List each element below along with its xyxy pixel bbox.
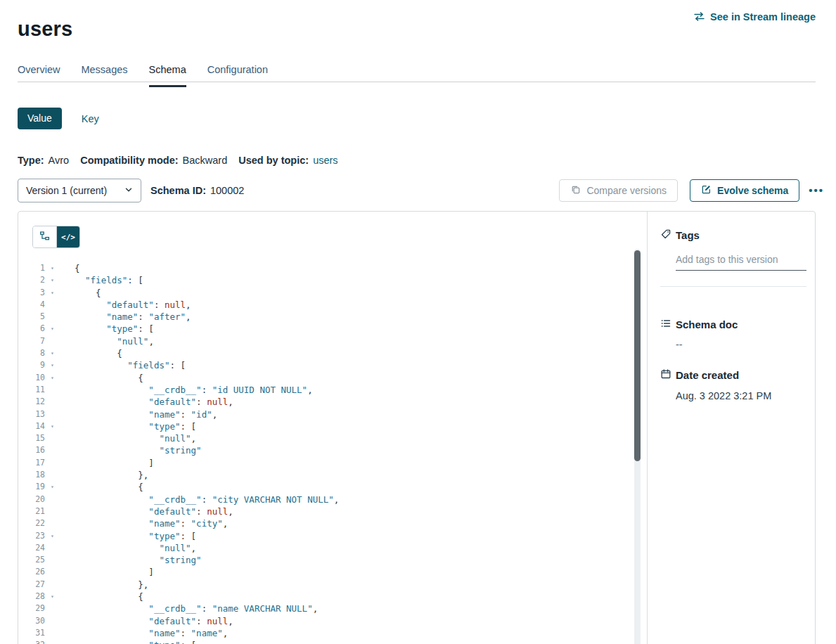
scrollbar-thumb[interactable] xyxy=(634,250,641,461)
fold-toggle-icon[interactable]: ▾ xyxy=(45,287,60,299)
compare-versions-label: Compare versions xyxy=(586,185,667,196)
line-number: 31 xyxy=(18,627,45,639)
fold-toggle-icon[interactable]: ▾ xyxy=(45,359,60,371)
code-view-icon: </> xyxy=(61,233,75,242)
tab-overview[interactable]: Overview xyxy=(18,64,60,87)
code-line: 15 "null", xyxy=(18,432,633,444)
code-text: "__crdb__": "id UUID NOT NULL", xyxy=(60,384,313,396)
chevron-down-icon xyxy=(124,185,133,196)
code-text: { xyxy=(60,372,143,384)
schema-sidebar: Tags Schema doc -- xyxy=(647,212,815,644)
fold-spacer xyxy=(45,311,60,323)
code-text: "fields": [ xyxy=(60,274,143,286)
code-view-button[interactable]: </> xyxy=(56,226,79,247)
fold-spacer xyxy=(45,554,60,566)
line-number: 11 xyxy=(18,384,45,396)
line-number: 23 xyxy=(18,530,45,542)
line-number: 3 xyxy=(18,287,45,299)
schema-doc-section-header: Schema doc xyxy=(660,318,806,331)
line-number: 8 xyxy=(18,347,45,359)
tab-bar: Overview Messages Schema Configuration xyxy=(18,64,268,87)
fold-spacer xyxy=(45,408,60,420)
code-line: 29 "__crdb__": "name VARCHAR NULL", xyxy=(18,603,633,614)
schema-id-label: Schema ID: xyxy=(150,185,206,196)
code-line: 1▾{ xyxy=(18,262,633,274)
line-number: 6 xyxy=(18,323,45,335)
schema-code-editor: </> 1▾{2▾ "fields": [3▾ {4 "default": nu… xyxy=(18,212,647,644)
more-options-button[interactable]: ••• xyxy=(809,179,824,202)
key-toggle-link[interactable]: Key xyxy=(82,113,99,124)
tag-icon xyxy=(660,228,671,242)
fold-toggle-icon[interactable]: ▾ xyxy=(45,323,60,335)
fold-toggle-icon[interactable]: ▾ xyxy=(45,481,60,493)
code-line: 16 "string" xyxy=(18,444,633,456)
fold-toggle-icon[interactable]: ▾ xyxy=(45,639,60,644)
code-line: 19▾ { xyxy=(18,481,633,493)
stream-lineage-link[interactable]: See in Stream lineage xyxy=(693,11,816,22)
tab-messages[interactable]: Messages xyxy=(81,64,127,87)
code-text: ] xyxy=(60,457,154,469)
code-line: 23▾ "type": [ xyxy=(18,530,633,542)
tab-schema[interactable]: Schema xyxy=(149,64,186,87)
sidebar-divider xyxy=(660,286,806,287)
line-number: 29 xyxy=(18,603,45,614)
code-text: { xyxy=(60,591,143,603)
fold-toggle-icon[interactable]: ▾ xyxy=(45,591,60,603)
calendar-icon xyxy=(660,368,671,382)
fold-toggle-icon[interactable]: ▾ xyxy=(45,347,60,359)
schema-controls-row: Version 1 (current) Schema ID: 100002 Co… xyxy=(18,179,824,202)
fold-spacer xyxy=(45,494,60,505)
line-number: 24 xyxy=(18,542,45,554)
topic-link[interactable]: users xyxy=(313,155,337,166)
list-icon xyxy=(660,318,671,331)
code-line: 22 "name": "city", xyxy=(18,517,633,529)
fold-spacer xyxy=(45,457,60,469)
add-tags-input[interactable] xyxy=(676,254,806,271)
tab-configuration[interactable]: Configuration xyxy=(207,64,268,87)
tree-view-button[interactable] xyxy=(33,226,56,247)
compatibility-label: Compatibility mode: xyxy=(80,155,178,166)
code-line: 3▾ { xyxy=(18,287,633,299)
evolve-schema-button[interactable]: Evolve schema xyxy=(690,179,799,202)
code-text: "type": [ xyxy=(60,639,196,644)
fold-toggle-icon[interactable]: ▾ xyxy=(45,274,60,286)
fold-toggle-icon[interactable]: ▾ xyxy=(45,530,60,542)
compatibility-value: Backward xyxy=(183,155,228,166)
line-number: 32 xyxy=(18,639,45,644)
fold-spacer xyxy=(45,335,60,347)
schema-doc-value: -- xyxy=(676,339,806,350)
date-created-value: Aug. 3 2022 3:21 PM xyxy=(676,390,806,401)
code-lines: 1▾{2▾ "fields": [3▾ {4 "default": null,5… xyxy=(18,262,633,644)
tags-title: Tags xyxy=(676,229,700,241)
line-number: 20 xyxy=(18,494,45,505)
line-number: 27 xyxy=(18,579,45,591)
code-text: "fields": [ xyxy=(60,359,186,371)
line-number: 2 xyxy=(18,274,45,286)
code-line: 26 ] xyxy=(18,566,633,578)
code-text: "default": null, xyxy=(60,396,233,408)
version-select[interactable]: Version 1 (current) xyxy=(18,179,141,202)
code-line: 30 "default": null, xyxy=(18,615,633,627)
fold-toggle-icon[interactable]: ▾ xyxy=(45,372,60,384)
fold-toggle-icon[interactable]: ▾ xyxy=(45,262,60,274)
code-text: "null", xyxy=(60,432,196,444)
line-number: 21 xyxy=(18,505,45,517)
line-number: 15 xyxy=(18,432,45,444)
code-text: "name": "after", xyxy=(60,311,191,323)
code-line: 25 "string" xyxy=(18,554,633,566)
code-text: "null", xyxy=(60,542,196,554)
line-number: 1 xyxy=(18,262,45,274)
date-created-section-header: Date created xyxy=(660,368,806,382)
fold-spacer xyxy=(45,469,60,481)
line-number: 7 xyxy=(18,335,45,347)
code-text: "name": "name", xyxy=(60,627,228,639)
value-toggle-button[interactable]: Value xyxy=(18,108,62,129)
fold-toggle-icon[interactable]: ▾ xyxy=(45,420,60,432)
code-line: 8▾ { xyxy=(18,347,633,359)
code-text: "string" xyxy=(60,554,202,566)
code-text: "string" xyxy=(60,444,202,456)
compare-versions-button[interactable]: Compare versions xyxy=(559,179,678,202)
code-text: { xyxy=(60,287,101,299)
code-line: 7 "null", xyxy=(18,335,633,347)
edit-schema-icon xyxy=(701,184,712,197)
